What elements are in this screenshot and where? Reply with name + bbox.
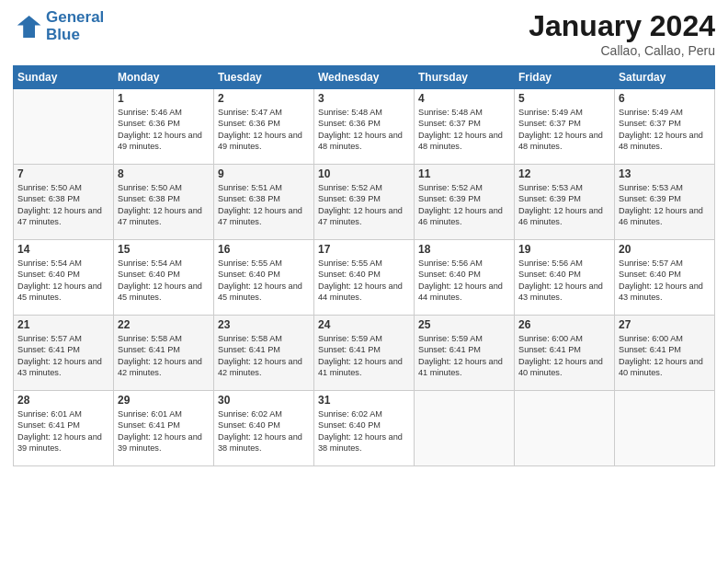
weekday-header-row: SundayMondayTuesdayWednesdayThursdayFrid… (14, 66, 715, 89)
weekday-header-monday: Monday (114, 66, 214, 89)
cell-info: Sunrise: 5:58 AMSunset: 6:41 PMDaylight:… (218, 333, 310, 379)
cell-info: Sunrise: 5:57 AMSunset: 6:41 PMDaylight:… (17, 333, 109, 379)
cell-info: Sunrise: 5:51 AMSunset: 6:38 PMDaylight:… (218, 182, 310, 228)
calendar-cell: 26Sunrise: 6:00 AMSunset: 6:41 PMDayligh… (515, 316, 615, 391)
calendar-cell (515, 391, 615, 466)
day-number: 3 (318, 92, 410, 105)
day-number: 6 (619, 92, 711, 105)
calendar-cell: 17Sunrise: 5:55 AMSunset: 6:40 PMDayligh… (314, 240, 415, 316)
calendar-cell: 14Sunrise: 5:54 AMSunset: 6:40 PMDayligh… (14, 240, 114, 316)
calendar-cell: 6Sunrise: 5:49 AMSunset: 6:37 PMDaylight… (615, 89, 715, 165)
week-row-2: 7Sunrise: 5:50 AMSunset: 6:38 PMDaylight… (14, 165, 715, 240)
day-number: 22 (118, 318, 210, 331)
calendar-cell: 18Sunrise: 5:56 AMSunset: 6:40 PMDayligh… (415, 240, 515, 316)
day-number: 16 (218, 243, 310, 256)
day-number: 29 (118, 394, 210, 407)
cell-info: Sunrise: 6:00 AMSunset: 6:41 PMDaylight:… (518, 333, 610, 379)
day-number: 11 (418, 167, 510, 180)
week-row-4: 21Sunrise: 5:57 AMSunset: 6:41 PMDayligh… (14, 316, 715, 391)
day-number: 4 (418, 92, 510, 105)
calendar-cell: 2Sunrise: 5:47 AMSunset: 6:36 PMDaylight… (214, 89, 314, 165)
calendar-cell: 11Sunrise: 5:52 AMSunset: 6:39 PMDayligh… (415, 165, 515, 240)
calendar-cell: 23Sunrise: 5:58 AMSunset: 6:41 PMDayligh… (214, 316, 314, 391)
day-number: 28 (17, 394, 109, 407)
calendar-cell: 9Sunrise: 5:51 AMSunset: 6:38 PMDaylight… (214, 165, 314, 240)
cell-info: Sunrise: 6:02 AMSunset: 6:40 PMDaylight:… (318, 408, 410, 454)
calendar-cell: 20Sunrise: 5:57 AMSunset: 6:40 PMDayligh… (615, 240, 715, 316)
day-number: 2 (218, 92, 310, 105)
day-number: 14 (17, 243, 109, 256)
calendar-cell: 31Sunrise: 6:02 AMSunset: 6:40 PMDayligh… (314, 391, 415, 466)
calendar-cell: 24Sunrise: 5:59 AMSunset: 6:41 PMDayligh… (314, 316, 415, 391)
calendar-cell: 3Sunrise: 5:48 AMSunset: 6:36 PMDaylight… (314, 89, 415, 165)
week-row-3: 14Sunrise: 5:54 AMSunset: 6:40 PMDayligh… (14, 240, 715, 316)
weekday-header-friday: Friday (515, 66, 615, 89)
day-number: 9 (218, 167, 310, 180)
week-row-5: 28Sunrise: 6:01 AMSunset: 6:41 PMDayligh… (14, 391, 715, 466)
day-number: 15 (118, 243, 210, 256)
calendar-cell: 16Sunrise: 5:55 AMSunset: 6:40 PMDayligh… (214, 240, 314, 316)
weekday-header-tuesday: Tuesday (214, 66, 314, 89)
weekday-header-wednesday: Wednesday (314, 66, 415, 89)
cell-info: Sunrise: 5:56 AMSunset: 6:40 PMDaylight:… (518, 258, 610, 304)
day-number: 27 (619, 318, 711, 331)
cell-info: Sunrise: 5:54 AMSunset: 6:40 PMDaylight:… (118, 258, 210, 304)
calendar-cell: 4Sunrise: 5:48 AMSunset: 6:37 PMDaylight… (415, 89, 515, 165)
cell-info: Sunrise: 5:57 AMSunset: 6:40 PMDaylight:… (619, 258, 711, 304)
day-number: 31 (318, 394, 410, 407)
cell-info: Sunrise: 6:01 AMSunset: 6:41 PMDaylight:… (118, 408, 210, 454)
calendar-cell: 1Sunrise: 5:46 AMSunset: 6:36 PMDaylight… (114, 89, 214, 165)
weekday-header-sunday: Sunday (14, 66, 114, 89)
cell-info: Sunrise: 6:02 AMSunset: 6:40 PMDaylight:… (218, 408, 310, 454)
calendar-cell: 21Sunrise: 5:57 AMSunset: 6:41 PMDayligh… (14, 316, 114, 391)
day-number: 10 (318, 167, 410, 180)
calendar-cell: 7Sunrise: 5:50 AMSunset: 6:38 PMDaylight… (14, 165, 114, 240)
calendar-cell (415, 391, 515, 466)
svg-marker-0 (17, 16, 41, 38)
cell-info: Sunrise: 6:01 AMSunset: 6:41 PMDaylight:… (17, 408, 109, 454)
calendar-table: SundayMondayTuesdayWednesdayThursdayFrid… (13, 65, 715, 466)
cell-info: Sunrise: 5:55 AMSunset: 6:40 PMDaylight:… (318, 258, 410, 304)
cell-info: Sunrise: 5:46 AMSunset: 6:36 PMDaylight:… (118, 107, 210, 153)
cell-info: Sunrise: 5:48 AMSunset: 6:36 PMDaylight:… (318, 107, 410, 153)
calendar-cell: 25Sunrise: 5:59 AMSunset: 6:41 PMDayligh… (415, 316, 515, 391)
calendar-cell: 15Sunrise: 5:54 AMSunset: 6:40 PMDayligh… (114, 240, 214, 316)
location-subtitle: Callao, Callao, Peru (529, 43, 715, 58)
day-number: 13 (619, 167, 711, 180)
cell-info: Sunrise: 5:50 AMSunset: 6:38 PMDaylight:… (17, 182, 109, 228)
cell-info: Sunrise: 5:47 AMSunset: 6:36 PMDaylight:… (218, 107, 310, 153)
month-title: January 2024 (529, 9, 715, 43)
logo: General Blue (13, 9, 104, 43)
cell-info: Sunrise: 5:52 AMSunset: 6:39 PMDaylight:… (318, 182, 410, 228)
day-number: 18 (418, 243, 510, 256)
calendar-cell: 13Sunrise: 5:53 AMSunset: 6:39 PMDayligh… (615, 165, 715, 240)
day-number: 26 (518, 318, 610, 331)
calendar-cell: 19Sunrise: 5:56 AMSunset: 6:40 PMDayligh… (515, 240, 615, 316)
cell-info: Sunrise: 5:48 AMSunset: 6:37 PMDaylight:… (418, 107, 510, 153)
calendar-cell: 5Sunrise: 5:49 AMSunset: 6:37 PMDaylight… (515, 89, 615, 165)
day-number: 7 (17, 167, 109, 180)
cell-info: Sunrise: 5:50 AMSunset: 6:38 PMDaylight:… (118, 182, 210, 228)
calendar-cell: 12Sunrise: 5:53 AMSunset: 6:39 PMDayligh… (515, 165, 615, 240)
day-number: 12 (518, 167, 610, 180)
cell-info: Sunrise: 5:49 AMSunset: 6:37 PMDaylight:… (619, 107, 711, 153)
cell-info: Sunrise: 5:58 AMSunset: 6:41 PMDaylight:… (118, 333, 210, 379)
cell-info: Sunrise: 5:49 AMSunset: 6:37 PMDaylight:… (518, 107, 610, 153)
logo-text: General Blue (46, 9, 104, 43)
calendar-cell: 8Sunrise: 5:50 AMSunset: 6:38 PMDaylight… (114, 165, 214, 240)
weekday-header-saturday: Saturday (615, 66, 715, 89)
cell-info: Sunrise: 5:54 AMSunset: 6:40 PMDaylight:… (17, 258, 109, 304)
cell-info: Sunrise: 5:59 AMSunset: 6:41 PMDaylight:… (418, 333, 510, 379)
day-number: 25 (418, 318, 510, 331)
calendar-cell (14, 89, 114, 165)
day-number: 8 (118, 167, 210, 180)
page-header: General Blue January 2024 Callao, Callao… (13, 9, 715, 58)
day-number: 30 (218, 394, 310, 407)
calendar-cell: 10Sunrise: 5:52 AMSunset: 6:39 PMDayligh… (314, 165, 415, 240)
calendar-cell: 28Sunrise: 6:01 AMSunset: 6:41 PMDayligh… (14, 391, 114, 466)
calendar-cell: 27Sunrise: 6:00 AMSunset: 6:41 PMDayligh… (615, 316, 715, 391)
calendar-cell (615, 391, 715, 466)
day-number: 1 (118, 92, 210, 105)
cell-info: Sunrise: 6:00 AMSunset: 6:41 PMDaylight:… (619, 333, 711, 379)
day-number: 5 (518, 92, 610, 105)
